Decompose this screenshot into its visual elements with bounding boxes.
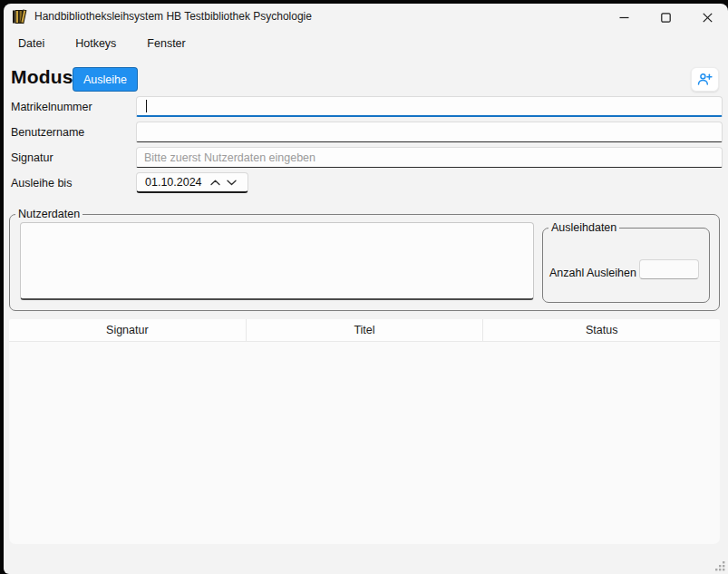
signatur-input[interactable]: Bitte zuerst Nutzerdaten eingeben: [136, 147, 723, 168]
app-window: Handbibliotheksleihsystem HB Testbibliot…: [4, 4, 728, 574]
close-icon: [703, 13, 713, 23]
chevron-up-icon: [210, 180, 220, 186]
window-title: Handbibliotheksleihsystem HB Testbibliot…: [34, 10, 312, 23]
table-header-signatur[interactable]: Signatur: [9, 319, 247, 341]
label-signatur: Signatur: [11, 151, 53, 165]
minimize-icon: [619, 13, 629, 23]
menu-datei[interactable]: Datei: [16, 34, 46, 53]
add-user-button[interactable]: [691, 67, 719, 92]
text-caret: [146, 100, 147, 112]
menubar: Datei Hotkeys Fenster: [16, 33, 215, 54]
books-shelf-icon: [12, 9, 27, 24]
resize-grip[interactable]: [713, 559, 726, 572]
menu-fenster[interactable]: Fenster: [145, 34, 187, 53]
benutzername-input[interactable]: [136, 122, 723, 142]
signatur-placeholder: Bitte zuerst Nutzerdaten eingeben: [144, 151, 315, 164]
label-benutzername: Benutzername: [11, 125, 84, 140]
matrikelnummer-input[interactable]: [136, 96, 723, 117]
date-decrement-button[interactable]: [223, 173, 239, 191]
label-ausleihe-bis: Ausleihe bis: [11, 176, 72, 190]
table-body-empty: [9, 342, 720, 544]
label-matrikelnummer: Matrikelnummer: [11, 100, 92, 114]
date-value: 01.10.2024: [145, 176, 207, 189]
person-add-icon: [697, 73, 713, 86]
close-button[interactable]: [686, 4, 728, 31]
nutzerdaten-legend: Nutzerdaten: [15, 208, 83, 220]
ausleihe-bis-date-input[interactable]: 01.10.2024: [136, 172, 248, 193]
table-header-titel[interactable]: Titel: [247, 319, 484, 341]
chevron-down-icon: [227, 180, 237, 186]
maximize-icon: [661, 13, 671, 23]
maximize-button[interactable]: [645, 4, 686, 31]
mode-ausleihe-button[interactable]: Ausleihe: [73, 67, 138, 92]
titlebar: Handbibliotheksleihsystem HB Testbibliot…: [4, 4, 728, 29]
anzahl-ausleihen-input[interactable]: [639, 259, 699, 279]
date-increment-button[interactable]: [207, 173, 223, 191]
anzahl-ausleihen-label: Anzahl Ausleihen: [549, 267, 636, 279]
nutzerdaten-textarea[interactable]: [20, 222, 534, 300]
table-header-row: Signatur Titel Status: [9, 319, 720, 342]
table-header-status[interactable]: Status: [483, 319, 720, 341]
menu-hotkeys[interactable]: Hotkeys: [73, 34, 118, 53]
window-controls: [603, 4, 728, 31]
mode-heading: Modus: [11, 66, 73, 88]
ausleihdaten-legend: Ausleihdaten: [548, 221, 619, 234]
minimize-button[interactable]: [603, 4, 645, 31]
